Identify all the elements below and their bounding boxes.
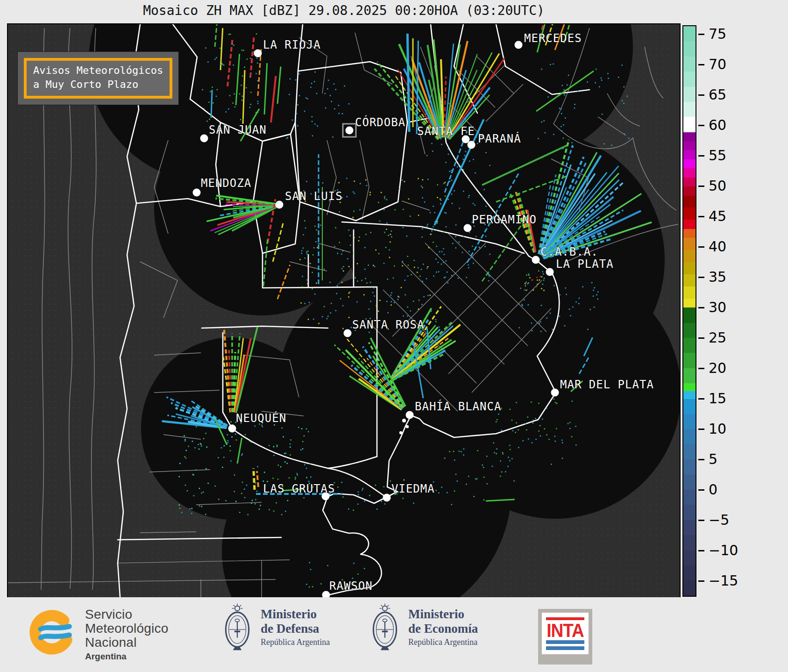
city-label: NEUQUÉN (236, 411, 286, 425)
echo-speck (572, 307, 574, 308)
echo-speck (309, 302, 310, 303)
echo-speck (227, 442, 228, 443)
echo-speck (342, 113, 343, 114)
echo-speck (290, 79, 291, 80)
colorbar-segment (683, 71, 696, 86)
city-label: RAWSON (329, 579, 373, 593)
echo-speck (354, 180, 355, 182)
echo-speck (312, 586, 313, 587)
echo-speck (310, 263, 311, 265)
echo-speck (574, 107, 575, 109)
echo-speck (227, 440, 229, 442)
echo-speck (374, 266, 376, 267)
echo-speck (235, 434, 236, 435)
echo-speck (435, 490, 437, 491)
echo-speck (423, 296, 425, 298)
colorbar-tick-label: 15 (709, 392, 726, 406)
echo-speck (222, 64, 223, 65)
echo-speck (546, 317, 547, 319)
echo-speck (205, 514, 206, 515)
echo-speck (436, 229, 438, 231)
echo-speck (307, 250, 309, 252)
echo-speck (281, 428, 283, 429)
echo-speck (428, 247, 430, 249)
echo-speck (216, 96, 217, 97)
echo-speck (242, 76, 243, 77)
colorbar-tick (698, 155, 704, 157)
echo-speck (426, 278, 427, 279)
echo-speck (209, 119, 210, 120)
echo-speck (257, 466, 258, 467)
echo-speck (528, 275, 530, 276)
echo-speck (476, 236, 477, 237)
echo-speck (540, 331, 542, 332)
echo-speck (187, 490, 188, 492)
echo-speck (386, 199, 387, 200)
colorbar-tick-label: 35 (709, 270, 726, 284)
echo-speck (366, 185, 368, 186)
echo-speck (441, 144, 442, 145)
echo-speck (593, 295, 594, 297)
echo-speck (568, 75, 569, 76)
echo-speck (306, 428, 307, 429)
echo-speck (538, 430, 540, 432)
echo-speck (474, 205, 476, 206)
echo-speck (306, 468, 307, 469)
echo-speck (369, 308, 370, 310)
echo-speck (353, 509, 354, 511)
echo-speck (518, 429, 519, 431)
colorbar-tick (698, 246, 704, 248)
echo-speck (312, 121, 313, 122)
echo-speck (496, 453, 497, 455)
city-label: LA RIOJA (263, 38, 321, 51)
echo-speck (297, 104, 298, 106)
echo-speck (430, 212, 431, 214)
echo-speck (603, 143, 605, 145)
echo-speck (486, 483, 488, 485)
echo-speck (394, 265, 395, 267)
echo-speck (547, 91, 549, 93)
echo-speck (308, 481, 310, 482)
echo-speck (207, 61, 209, 63)
echo-speck (431, 230, 433, 232)
echo-speck (482, 197, 483, 198)
echo-speck (246, 485, 248, 486)
echo-speck (350, 327, 352, 328)
echo-speck (587, 329, 589, 330)
echo-speck (304, 303, 305, 304)
defensa-line1: Ministerio (261, 607, 330, 621)
colorbar-tick-label: 5 (709, 452, 717, 466)
echo-speck (310, 463, 311, 465)
echo-speck (358, 494, 359, 495)
echo-speck (473, 203, 474, 204)
echo-speck (185, 450, 187, 451)
echo-speck (501, 472, 503, 473)
echo-speck (311, 83, 312, 84)
echo-speck (594, 307, 595, 308)
city-label: LA PLATA (556, 257, 614, 271)
echo-speck (242, 119, 244, 120)
echo-speck (533, 289, 534, 291)
city-dot (193, 189, 201, 197)
echo-speck (257, 112, 259, 113)
echo-speck (342, 496, 344, 498)
echo-speck (542, 284, 543, 285)
echo-speck (468, 476, 469, 477)
echo-speck (185, 439, 186, 440)
echo-speck (286, 138, 288, 139)
echo-speck (540, 435, 541, 436)
colorbar-tick-label: 70 (709, 57, 726, 71)
echo-speck (277, 479, 279, 480)
echo-speck (355, 277, 356, 279)
echo-speck (309, 562, 310, 564)
echo-speck (559, 108, 561, 109)
echo-speck (353, 191, 354, 193)
echo-speck (364, 500, 365, 502)
echo-speck (447, 149, 449, 150)
echo-speck (489, 254, 490, 255)
echo-speck (500, 460, 501, 462)
echo-speck (544, 278, 545, 279)
echo-speck (554, 436, 556, 437)
echo-speck (561, 126, 562, 127)
echo-speck (444, 212, 446, 214)
